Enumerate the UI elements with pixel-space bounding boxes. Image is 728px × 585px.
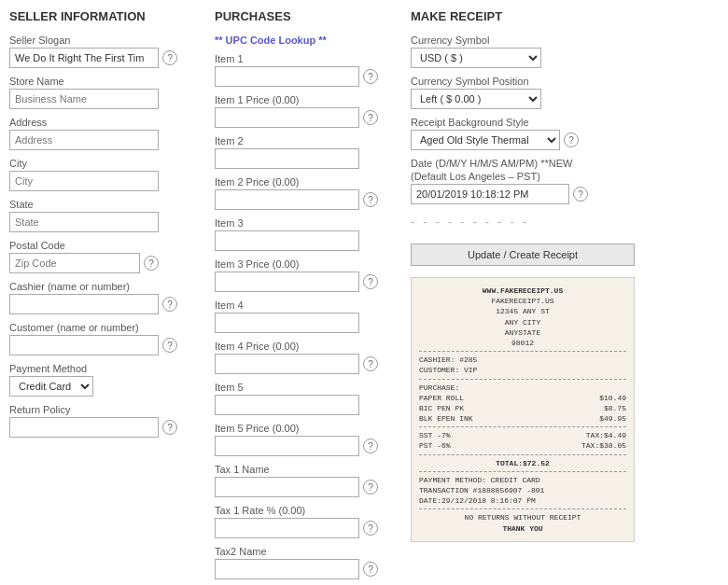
upc-link[interactable]: ** UPC Code Lookup ** [215, 35, 327, 46]
currency-select[interactable]: USD ( $ ) EUR ( € ) GBP ( £ ) [411, 48, 541, 68]
tax1-name-help-icon[interactable]: ? [363, 480, 378, 494]
cashier-group: Cashier (name or number) ? [9, 281, 205, 314]
date-sublabel: (Default Los Angeles – PST) [411, 171, 635, 182]
item2-price-label: Item 2 Price (0.00) [215, 176, 401, 188]
item5-price-input[interactable] [215, 436, 359, 456]
item3-price-group: Item 3 Price (0.00) ? [215, 258, 401, 292]
tax2-name-group: Tax2 Name ? [215, 546, 401, 579]
slogan-help-icon[interactable]: ? [162, 50, 177, 65]
return-help-icon[interactable]: ? [162, 420, 177, 435]
preview-customer: CUSTOMER: VIP [419, 365, 626, 375]
preview-tax2-val: TAX:$38.05 [581, 440, 626, 451]
postal-help-icon[interactable]: ? [144, 256, 159, 271]
store-name-input[interactable] [9, 89, 159, 109]
slogan-input[interactable] [9, 48, 159, 68]
state-label: State [9, 199, 205, 210]
item4-price-input[interactable] [215, 354, 359, 374]
customer-group: Customer (name or number) ? [9, 322, 205, 355]
tax1-rate-input[interactable] [215, 518, 359, 538]
item1-price-help-icon[interactable]: ? [363, 110, 378, 125]
position-label: Currency Symbol Position [411, 76, 635, 87]
return-input[interactable] [9, 417, 159, 438]
item3-price-input[interactable] [215, 272, 359, 292]
upc-row: ** UPC Code Lookup ** [215, 35, 401, 46]
city-input[interactable] [9, 171, 159, 191]
update-receipt-button[interactable]: Update / Create Receipt [411, 244, 635, 266]
currency-group: Currency Symbol USD ( $ ) EUR ( € ) GBP … [411, 35, 635, 68]
bg-style-help-icon[interactable]: ? [564, 132, 579, 147]
item3-group: Item 3 [215, 217, 401, 251]
preview-tax2: PST -6% [419, 440, 451, 451]
item1-price-group: Item 1 Price (0.00) ? [215, 94, 401, 128]
address-label: Address [9, 117, 205, 128]
receipt-column: MAKE RECEIPT Currency Symbol USD ( $ ) E… [411, 9, 635, 579]
receipt-preview: WWW.FAKERECEIPT.US FAKERECEIPT.US 12345 … [411, 277, 635, 542]
item5-price-help-icon[interactable]: ? [363, 439, 378, 453]
postal-group: Postal Code ? [9, 240, 205, 273]
item5-price-label: Item 5 Price (0.00) [215, 423, 401, 434]
store-name-group: Store Name [9, 76, 205, 109]
seller-title: SELLER INFORMATION [9, 9, 205, 23]
preview-total: TOTAL:$72.52 [419, 458, 626, 468]
tax1-name-input[interactable] [215, 477, 359, 497]
date-label: Date (D/M/Y H/M/S AM/PM) **NEW [411, 158, 635, 169]
bg-style-select[interactable]: Aged Old Style Thermal Clean White Therm… [411, 130, 560, 150]
item4-input[interactable] [215, 313, 359, 333]
tax1-rate-help-icon[interactable]: ? [363, 521, 378, 536]
preview-tax2-row: PST -6% TAX:$38.05 [419, 440, 626, 451]
preview-cashier: CASHIER: #285 [419, 355, 626, 365]
item4-price-help-icon[interactable]: ? [363, 356, 378, 371]
position-group: Currency Symbol Position Left ( $ 0.00 )… [411, 76, 635, 109]
preview-line4: ANYSTATE [419, 327, 626, 338]
tax2-name-input[interactable] [215, 559, 359, 579]
slogan-group: Seller Slogan ? [9, 35, 205, 68]
preview-item3-name: BLK EPEN INK [419, 413, 473, 424]
return-label: Return Policy [9, 404, 205, 415]
payment-label: Payment Method [9, 363, 205, 374]
item2-price-help-icon[interactable]: ? [363, 192, 378, 207]
preview-item1-price: $10.49 [599, 393, 626, 403]
tax2-name-help-icon[interactable]: ? [363, 562, 378, 577]
item1-price-input[interactable] [215, 107, 359, 128]
state-group: State [9, 199, 205, 232]
item2-price-input[interactable] [215, 189, 359, 210]
address-input[interactable] [9, 130, 159, 150]
state-input[interactable] [9, 212, 159, 232]
customer-help-icon[interactable]: ? [162, 338, 177, 353]
city-label: City [9, 158, 205, 169]
receipt-title: MAKE RECEIPT [411, 9, 635, 23]
tax2-name-label: Tax2 Name [215, 546, 401, 557]
date-help-icon[interactable]: ? [573, 187, 588, 202]
seller-column: SELLER INFORMATION Seller Slogan ? Store… [9, 9, 205, 579]
item5-group: Item 5 [215, 382, 401, 415]
preview-url: WWW.FAKERECEIPT.US [419, 286, 626, 296]
postal-label: Postal Code [9, 240, 205, 251]
preview-line3: ANY CITY [419, 317, 626, 327]
item4-group: Item 4 [215, 299, 401, 333]
item2-group: Item 2 [215, 135, 401, 169]
item2-input[interactable] [215, 148, 359, 169]
item5-label: Item 5 [215, 382, 401, 393]
item3-price-help-icon[interactable]: ? [363, 274, 378, 289]
item5-input[interactable] [215, 395, 359, 415]
item3-input[interactable] [215, 230, 359, 251]
customer-input[interactable] [9, 335, 159, 355]
currency-label: Currency Symbol [411, 35, 635, 46]
position-select[interactable]: Left ( $ 0.00 ) Right ( 0.00 $ ) [411, 89, 541, 109]
cashier-input[interactable] [9, 294, 159, 314]
preview-item1: PAPER ROLL $10.49 [419, 393, 626, 403]
payment-select[interactable]: Credit Card Cash Debit Card Check [9, 376, 93, 397]
preview-item1-name: PAPER ROLL [419, 393, 464, 403]
cashier-label: Cashier (name or number) [9, 281, 205, 292]
date-group: Date (D/M/Y H/M/S AM/PM) **NEW (Default … [411, 158, 635, 204]
preview-line1: FAKERECEIPT.US [419, 296, 626, 306]
item1-help-icon[interactable]: ? [363, 69, 378, 84]
item2-price-group: Item 2 Price (0.00) ? [215, 176, 401, 210]
item1-input[interactable] [215, 66, 359, 87]
preview-payment: PAYMENT METHOD: CREDIT CARD [419, 475, 626, 485]
cashier-help-icon[interactable]: ? [162, 297, 177, 312]
item4-price-label: Item 4 Price (0.00) [215, 341, 401, 352]
date-input[interactable] [411, 184, 569, 204]
postal-input[interactable] [9, 253, 140, 273]
store-name-label: Store Name [9, 76, 205, 87]
